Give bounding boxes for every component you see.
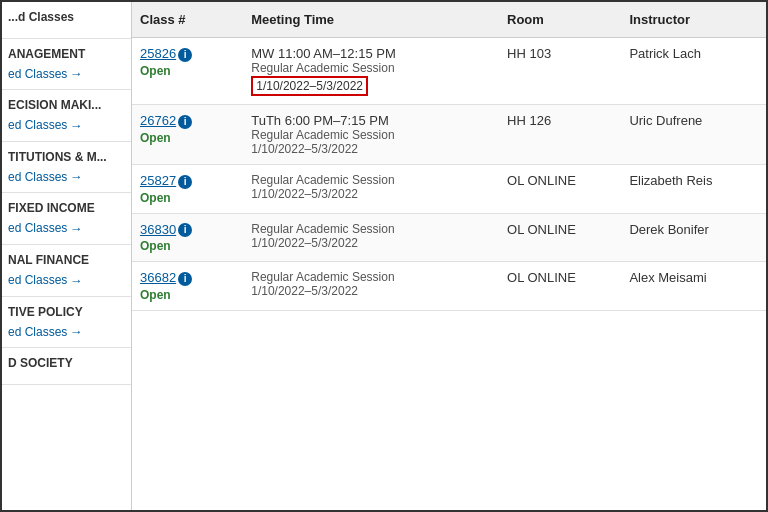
enrolled-link-text-6: ed Classes xyxy=(8,273,67,287)
session-type: Regular Academic Session xyxy=(251,128,491,142)
table-row: 25826iOpenMW 11:00 AM–12:15 PMRegular Ac… xyxy=(132,38,766,105)
enrolled-link-text-3: ed Classes xyxy=(8,118,67,132)
status-badge: Open xyxy=(140,131,235,145)
page-container: ...d Classes ANAGEMENT ed Classes → ECIS… xyxy=(2,2,766,510)
meeting-time-line1: TuTh 6:00 PM–7:15 PM xyxy=(251,113,491,128)
enrolled-link-text-2: ed Classes xyxy=(8,67,67,81)
sidebar-section-1: ...d Classes xyxy=(2,2,131,39)
sidebar-section-4: TITUTIONS & M... ed Classes → xyxy=(2,142,131,194)
class-number-link[interactable]: 36830 xyxy=(140,222,176,237)
enrolled-link-text-5: ed Classes xyxy=(8,221,67,235)
enrolled-link-2[interactable]: ed Classes → xyxy=(8,66,125,81)
meeting-cell-4: Regular Academic Session1/10/2022–5/3/20… xyxy=(243,262,499,311)
info-icon[interactable]: i xyxy=(178,272,192,286)
sidebar-section-2: ANAGEMENT ed Classes → xyxy=(2,39,131,91)
session-type: Regular Academic Session xyxy=(251,222,491,236)
class-number-link[interactable]: 25826 xyxy=(140,46,176,61)
meeting-cell-2: Regular Academic Session1/10/2022–5/3/20… xyxy=(243,165,499,214)
course-title-5: FIXED INCOME xyxy=(8,201,125,217)
enrolled-link-7[interactable]: ed Classes → xyxy=(8,324,125,339)
col-header-meeting: Meeting Time xyxy=(243,2,499,38)
meeting-cell-3: Regular Academic Session1/10/2022–5/3/20… xyxy=(243,213,499,262)
main-content: Class # Meeting Time Room Instructor 258… xyxy=(132,2,766,510)
enrolled-link-5[interactable]: ed Classes → xyxy=(8,221,125,236)
class-number-link[interactable]: 25827 xyxy=(140,173,176,188)
table-header-row: Class # Meeting Time Room Instructor xyxy=(132,2,766,38)
sidebar-section-5: FIXED INCOME ed Classes → xyxy=(2,193,131,245)
date-range: 1/10/2022–5/3/2022 xyxy=(251,187,491,201)
enrolled-link-6[interactable]: ed Classes → xyxy=(8,273,125,288)
course-title-4: TITUTIONS & M... xyxy=(8,150,125,166)
class-cell-2: 25827iOpen xyxy=(132,165,243,214)
class-cell-0: 25826iOpen xyxy=(132,38,243,105)
course-title-8: D SOCIETY xyxy=(8,356,125,372)
class-cell-4: 36682iOpen xyxy=(132,262,243,311)
room-cell-3: OL ONLINE xyxy=(499,213,621,262)
room-cell-4: OL ONLINE xyxy=(499,262,621,311)
room-cell-1: HH 126 xyxy=(499,105,621,165)
date-range: 1/10/2022–5/3/2022 xyxy=(251,142,491,156)
room-cell-2: OL ONLINE xyxy=(499,165,621,214)
session-type: Regular Academic Session xyxy=(251,61,491,75)
date-range: 1/10/2022–5/3/2022 xyxy=(251,236,491,250)
meeting-time-line1: MW 11:00 AM–12:15 PM xyxy=(251,46,491,61)
sidebar-section-6: NAL FINANCE ed Classes → xyxy=(2,245,131,297)
class-cell-1: 26762iOpen xyxy=(132,105,243,165)
instructor-cell-2: Elizabeth Reis xyxy=(621,165,766,214)
sidebar-section-3: ECISION MAKI... ed Classes → xyxy=(2,90,131,142)
enrolled-link-text-7: ed Classes xyxy=(8,325,67,339)
sidebar: ...d Classes ANAGEMENT ed Classes → ECIS… xyxy=(2,2,132,510)
enrolled-link-3[interactable]: ed Classes → xyxy=(8,118,125,133)
session-type: Regular Academic Session xyxy=(251,173,491,187)
arrow-icon-7: → xyxy=(69,324,82,339)
class-cell-3: 36830iOpen xyxy=(132,213,243,262)
meeting-cell-1: TuTh 6:00 PM–7:15 PMRegular Academic Ses… xyxy=(243,105,499,165)
meeting-cell-0: MW 11:00 AM–12:15 PMRegular Academic Ses… xyxy=(243,38,499,105)
table-row: 26762iOpenTuTh 6:00 PM–7:15 PMRegular Ac… xyxy=(132,105,766,165)
enrolled-link-4[interactable]: ed Classes → xyxy=(8,169,125,184)
instructor-cell-4: Alex Meisami xyxy=(621,262,766,311)
instructor-cell-1: Uric Dufrene xyxy=(621,105,766,165)
arrow-icon-2: → xyxy=(69,66,82,81)
room-cell-0: HH 103 xyxy=(499,38,621,105)
instructor-cell-0: Patrick Lach xyxy=(621,38,766,105)
sidebar-section-8: D SOCIETY xyxy=(2,348,131,385)
arrow-icon-6: → xyxy=(69,273,82,288)
course-title-2: ANAGEMENT xyxy=(8,47,125,63)
instructor-cell-3: Derek Bonifer xyxy=(621,213,766,262)
status-badge: Open xyxy=(140,239,235,253)
table-row: 36830iOpenRegular Academic Session1/10/2… xyxy=(132,213,766,262)
col-header-instructor: Instructor xyxy=(621,2,766,38)
classes-table: Class # Meeting Time Room Instructor 258… xyxy=(132,2,766,311)
class-number-link[interactable]: 26762 xyxy=(140,113,176,128)
course-title-7: TIVE POLICY xyxy=(8,305,125,321)
class-number-link[interactable]: 36682 xyxy=(140,270,176,285)
status-badge: Open xyxy=(140,288,235,302)
status-badge: Open xyxy=(140,64,235,78)
sidebar-section-7: TIVE POLICY ed Classes → xyxy=(2,297,131,349)
session-type: Regular Academic Session xyxy=(251,270,491,284)
date-range: 1/10/2022–5/3/2022 xyxy=(251,284,491,298)
col-header-room: Room xyxy=(499,2,621,38)
date-range-highlighted: 1/10/2022–5/3/2022 xyxy=(251,76,368,96)
enrolled-link-text-4: ed Classes xyxy=(8,170,67,184)
arrow-icon-3: → xyxy=(69,118,82,133)
arrow-icon-5: → xyxy=(69,221,82,236)
arrow-icon-4: → xyxy=(69,169,82,184)
info-icon[interactable]: i xyxy=(178,48,192,62)
course-title-3: ECISION MAKI... xyxy=(8,98,125,114)
status-badge: Open xyxy=(140,191,235,205)
info-icon[interactable]: i xyxy=(178,175,192,189)
info-icon[interactable]: i xyxy=(178,223,192,237)
info-icon[interactable]: i xyxy=(178,115,192,129)
col-header-class: Class # xyxy=(132,2,243,38)
course-title-1: ...d Classes xyxy=(8,10,125,26)
table-row: 25827iOpenRegular Academic Session1/10/2… xyxy=(132,165,766,214)
course-title-6: NAL FINANCE xyxy=(8,253,125,269)
table-row: 36682iOpenRegular Academic Session1/10/2… xyxy=(132,262,766,311)
